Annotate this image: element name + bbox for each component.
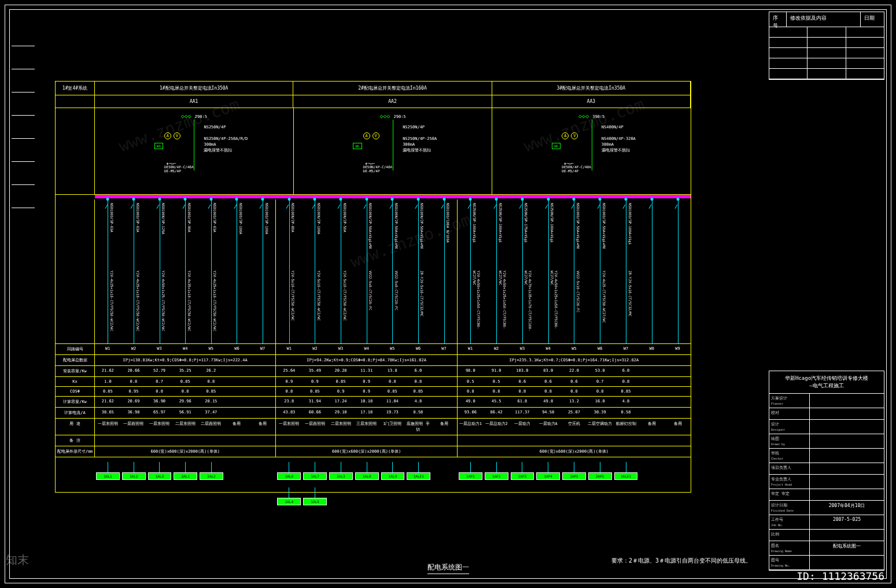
- dest-line: [185, 462, 186, 472]
- data-cell: 16.0: [587, 397, 613, 407]
- panel-group: 1.00.80.70.850.8: [95, 377, 276, 386]
- feeder-circuit: NSD100N/2P-80A YJV-5x16-CT/FSC50-WC2/WC: [276, 199, 302, 343]
- data-cell: 0.7: [587, 377, 613, 386]
- destination-box: 2AL1: [174, 462, 197, 492]
- panel-group: 0.80.80.80.80.80.80.85: [458, 387, 691, 396]
- row-cos: COSΦ 0.850.950.80.80.850.80.850.90.90.85…: [56, 387, 691, 397]
- data-cell: W1: [276, 344, 302, 354]
- destination-box: 1ALE1: [614, 462, 638, 492]
- data-cell: 0.85: [405, 387, 432, 396]
- data-cell: 26.2: [198, 366, 224, 376]
- dest-label: 1AP1: [459, 472, 482, 480]
- data-cell: [250, 377, 276, 386]
- title-block-row: 审定 审定: [769, 489, 884, 501]
- dest-label: 1AP4: [536, 472, 560, 480]
- title-block-row: 审核Checker: [769, 449, 884, 463]
- feeder-panel: NSD100D/3P-63A YJV-4x25+1x16-CT/FSC50-WC…: [95, 199, 276, 343]
- data-cell: [639, 366, 665, 376]
- data-cell: 20.69: [121, 397, 147, 407]
- arrester-label: DE50N/4P-C/40ADE-M5/4P: [164, 165, 194, 173]
- feeder-breaker-label: NSD100N/2P-50A+Vigi+MX: [394, 203, 399, 261]
- dest-label: 1AP2: [485, 472, 508, 480]
- busbar: [56, 195, 691, 199]
- data-cell: 0.8: [561, 387, 587, 396]
- feeder-circuit: NSD100D/3P-50A+Vigi+MX YJV-4x25-CT/FSC50…: [587, 199, 613, 343]
- data-cell: [613, 435, 639, 446]
- feeder-circuit: NSD100D/3P-100A: [224, 199, 250, 343]
- data-cell: 25.64: [276, 366, 302, 376]
- feeder-breaker-label: NSD100D/3P-63A: [136, 203, 140, 261]
- panel-group: [458, 435, 691, 446]
- feeder-breaker-label: NS250N/3P-160A+Vigi: [550, 203, 554, 261]
- data-cell: 117.37: [510, 408, 536, 418]
- feeder-circuit: NSD100N/2P-50A+Vigi+MX VV22-5x6-CT/SC20-…: [353, 199, 379, 343]
- data-cell: [172, 435, 198, 446]
- data-cell: 0.8: [379, 377, 405, 386]
- panel-summary-cell: ΣPj=235.3.1Kw;Kt=0.7;COSΦ=0.8;Pj=164.71K…: [458, 355, 691, 365]
- data-cell: W4: [535, 344, 561, 354]
- title-block-row: 项目负责人: [769, 463, 884, 475]
- data-cell: 0.8: [121, 377, 147, 386]
- ammeter-icon: A: [363, 132, 370, 139]
- data-cell: [639, 387, 665, 396]
- data-cell: 65.97: [146, 408, 172, 418]
- destination-box: 1ALE1: [407, 462, 430, 492]
- data-cell: 17.18: [353, 408, 379, 418]
- feeder-line: [185, 199, 186, 343]
- data-cell: [250, 435, 276, 446]
- feeder-line: [341, 199, 341, 343]
- dest-label: 1AP5: [562, 472, 586, 480]
- feeder-circuit: NS250N/3P-160A+Vigi YJV-4x50+1x25+1x50-C…: [535, 199, 561, 343]
- panel-group: 98.091.0103.083.022.053.06.0: [458, 366, 691, 376]
- data-cell: [431, 435, 457, 446]
- feeder-circuit: NSD100N/2P-50A+Vigi+MX VV22-5x6-CT/SC20-…: [379, 199, 405, 343]
- destination-box: 1AL9: [381, 462, 405, 492]
- data-cell: 一层西照明: [121, 419, 147, 435]
- data-cell: 0.9: [353, 377, 379, 386]
- panel-group: 21.6220.6652.7935.2526.2: [95, 366, 276, 376]
- feeder-cable-label: YJV-4x70+1x35+1x70-CT/FSC100-WC27/WC: [524, 271, 532, 340]
- feeder-circuit: NS250N/3P-175A+Vigi YJV-4x70+1x35+1x70-C…: [510, 199, 536, 343]
- destination-row: 1AL1 1AL2 1AL3 2AL1 2AL2 1AL6 1AL4 1AL7 …: [56, 457, 691, 492]
- feeder-line: [392, 199, 393, 343]
- feeder-line: [418, 199, 419, 343]
- destination-box: [433, 462, 456, 492]
- row-use: 用 途 一层东照明一层西照明一层东照明二层东照明二层西照明备用备用一层东照明一层…: [56, 419, 691, 435]
- data-cell: 三层东照明: [353, 419, 379, 435]
- data-cell: [665, 387, 691, 396]
- drawing-title: 配电系统图一: [427, 563, 469, 574]
- destination-box: [226, 462, 249, 492]
- data-cell: [431, 408, 457, 418]
- data-cell: [224, 397, 250, 407]
- feeder-line: [496, 199, 497, 343]
- feeder-breaker-label: NSD100D/3P-63A: [110, 203, 114, 261]
- dest-line: [211, 462, 212, 472]
- voltmeter-icon: V: [174, 132, 180, 139]
- meter-icons: A V: [562, 132, 578, 139]
- data-cell: [665, 435, 691, 446]
- meter-icons: A V: [363, 132, 379, 139]
- data-cell: [639, 408, 665, 418]
- panel-group: W1W2W3W4W5W6W7W8W9: [458, 344, 691, 354]
- data-cell: 11.31: [353, 366, 379, 376]
- dest-line: [159, 462, 160, 472]
- data-cell: 应急照明 手切: [405, 419, 432, 435]
- data-cell: 4.8: [405, 397, 432, 407]
- data-cell: 93.06: [458, 408, 484, 418]
- feeder-line: [160, 199, 160, 343]
- dest-line: [315, 487, 315, 498]
- row-cabinet-size: 配电屏外形尺寸/mm 600(宽)x600(深)x2000(高)(单体)600(…: [56, 446, 691, 457]
- dest-label: 1AL8: [355, 472, 379, 480]
- data-cell: 二层东照明: [328, 419, 354, 435]
- feeder-line: [211, 199, 212, 343]
- data-cell: 19.73: [379, 408, 405, 418]
- dest-label: 2AL2: [200, 472, 223, 480]
- data-cell: 0.85: [95, 387, 121, 396]
- feeder-cable-label: YJV-4x25+1x16-CT/FSC50-WC2/WC: [213, 271, 217, 340]
- title-block-row: 绘图Drawn by: [769, 434, 884, 449]
- data-cell: 20.28: [328, 366, 354, 376]
- drawing-note: 要求：2＃电源、3＃电源引自两台变不同的低压母线。: [611, 557, 751, 565]
- feeder-cable-label: ZR-YJV-5x16-CT/SC32/MC: [628, 271, 632, 340]
- data-cell: [224, 366, 250, 376]
- data-cell: 22.0: [561, 366, 587, 376]
